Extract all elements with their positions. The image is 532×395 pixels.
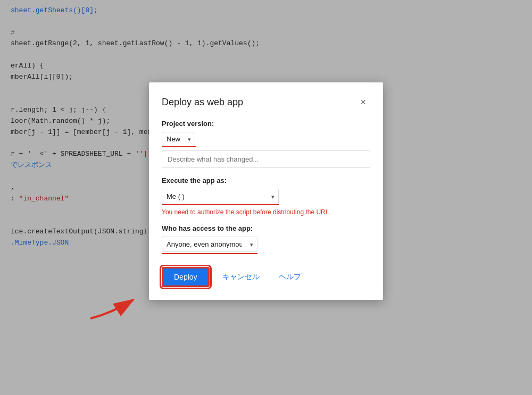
help-button[interactable]: ヘルプ [272, 268, 307, 286]
version-select[interactable]: New 1 2 3 [162, 132, 194, 146]
access-underline [162, 253, 257, 254]
access-group: Who has access to the app: Only myself A… [162, 224, 370, 254]
deploy-modal: Deploy as web app × Project version: New… [149, 82, 383, 300]
modal-title: Deploy as web app [162, 97, 243, 108]
modal-footer: Deploy キャンセル ヘルプ [162, 267, 370, 287]
project-version-group: Project version: New 1 2 3 [162, 120, 370, 168]
auth-note: You need to authorize the script before … [162, 208, 370, 216]
project-version-label: Project version: [162, 120, 370, 128]
access-select-wrapper: Only myself Anyone Anyone, even anonymou… [162, 237, 257, 252]
execute-as-group: Execute the app as: Me ( ) You need to a… [162, 177, 370, 216]
version-select-wrapper: New 1 2 3 [162, 132, 194, 146]
modal-header: Deploy as web app × [162, 95, 370, 109]
execute-as-label: Execute the app as: [162, 177, 370, 184]
execute-select-wrapper: Me ( ) [162, 189, 279, 204]
description-input[interactable] [162, 150, 370, 168]
deploy-button[interactable]: Deploy [162, 267, 210, 287]
execute-select[interactable]: Me ( ) [162, 189, 279, 204]
execute-underline [162, 204, 279, 205]
close-button[interactable]: × [356, 95, 370, 109]
access-label: Who has access to the app: [162, 224, 370, 232]
version-underline [162, 146, 196, 147]
access-select[interactable]: Only myself Anyone Anyone, even anonymou… [162, 237, 257, 252]
cancel-button[interactable]: キャンセル [216, 268, 266, 286]
